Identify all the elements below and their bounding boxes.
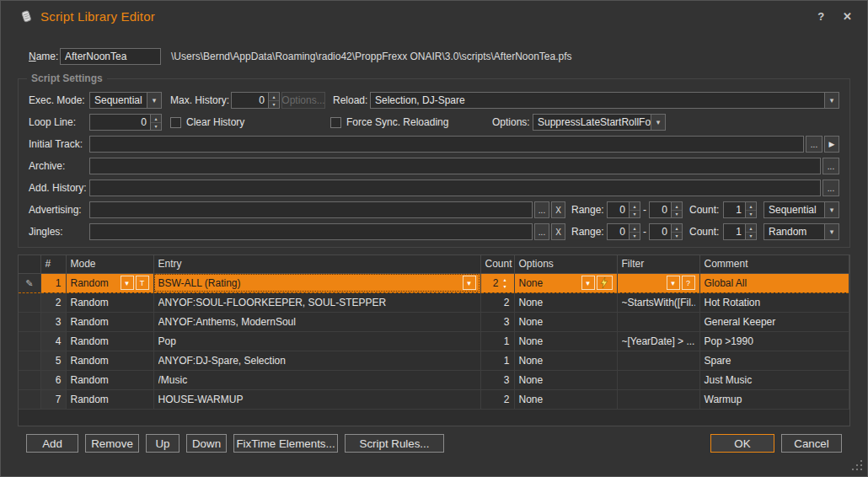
initial-track-field[interactable]: [89, 136, 804, 153]
entry-cell[interactable]: ANYOF:SOUL-FLOORKEEPER, SOUL-STEPPER: [153, 292, 480, 312]
jingles-mode-combobox[interactable]: Random ▾: [764, 223, 839, 240]
mode-cell[interactable]: Random: [66, 351, 153, 370]
row-header-cell[interactable]: [19, 292, 40, 312]
row-number-cell[interactable]: 5: [40, 351, 66, 370]
close-icon[interactable]: ✕: [839, 10, 855, 23]
script-rules-button[interactable]: Script Rules...: [345, 434, 444, 453]
down-button[interactable]: Down: [186, 434, 227, 453]
row-header-cell[interactable]: [19, 331, 40, 351]
mode-cell[interactable]: Random: [66, 389, 153, 409]
cancel-button[interactable]: Cancel: [781, 434, 842, 453]
spinner-arrows[interactable]: ▴▾: [745, 224, 756, 239]
loop-line-spinner[interactable]: 0 ▴▾: [89, 114, 162, 131]
entry-dropdown-icon[interactable]: ▾: [463, 276, 476, 290]
add-button[interactable]: Add: [26, 434, 78, 453]
chevron-down-icon[interactable]: ▾: [651, 115, 665, 130]
entry-cell[interactable]: ANYOF:DJ-Spare, Selection: [153, 351, 480, 370]
entry-cell[interactable]: /Music: [153, 370, 480, 389]
row-header-cell[interactable]: ✎: [19, 273, 40, 292]
entry-cell[interactable]: HOUSE-WARMUP: [153, 389, 480, 409]
row-number-cell[interactable]: 3: [40, 312, 66, 331]
count-cell[interactable]: 2: [480, 389, 514, 409]
count-cell[interactable]: 1: [480, 331, 514, 351]
filter-cell[interactable]: [617, 370, 699, 389]
spinner-arrows[interactable]: ▴▾: [671, 224, 682, 239]
browse-icon[interactable]: ...: [822, 180, 839, 196]
mode-dropdown-icon[interactable]: ▾: [121, 276, 134, 290]
advertising-count-spinner[interactable]: 1 ▴▾: [723, 201, 757, 218]
table-row[interactable]: 2RandomANYOF:SOUL-FLOORKEEPER, SOUL-STEP…: [19, 292, 849, 312]
jingles-range-to-spinner[interactable]: 0 ▴▾: [649, 223, 683, 240]
ok-button[interactable]: OK: [710, 434, 774, 453]
row-header-cell[interactable]: [19, 389, 40, 409]
add-history-field[interactable]: [89, 180, 821, 196]
mode-cell[interactable]: Random: [66, 331, 153, 351]
max-history-spinner[interactable]: 0 ▴▾: [231, 92, 280, 109]
count-cell[interactable]: 2: [480, 292, 514, 312]
browse-icon[interactable]: ...: [822, 158, 839, 174]
table-row[interactable]: 4RandomPop1None~[YearDate] > ...Pop >199…: [19, 331, 849, 351]
jingles-field[interactable]: [89, 223, 533, 240]
spinner-arrows[interactable]: ▴▾: [150, 115, 161, 130]
table-row[interactable]: 7RandomHOUSE-WARMUP2NoneWarmup: [19, 389, 849, 409]
chevron-down-icon[interactable]: ▾: [824, 202, 839, 217]
reload-combobox[interactable]: Selection, DJ-Spare ▾: [370, 92, 839, 109]
clear-icon[interactable]: X: [551, 201, 565, 218]
play-icon[interactable]: ▶: [824, 136, 839, 153]
advertising-mode-combobox[interactable]: Sequential ▾: [764, 201, 839, 218]
table-row[interactable]: 3RandomANYOF:Anthems, ModernSoul3NoneGen…: [19, 312, 849, 331]
row-header-cell[interactable]: [19, 312, 40, 331]
spinner-arrows[interactable]: ▴▾: [629, 202, 640, 217]
options-cell[interactable]: None: [514, 389, 617, 409]
comment-cell[interactable]: General Keeper: [699, 312, 849, 331]
count-cell[interactable]: 3: [480, 312, 514, 331]
row-number-cell[interactable]: 2: [40, 292, 66, 312]
options-cell[interactable]: None: [514, 292, 617, 312]
clear-icon[interactable]: X: [551, 223, 565, 240]
options-cell[interactable]: None: [514, 331, 617, 351]
remove-button[interactable]: Remove: [85, 434, 139, 453]
count-spinner[interactable]: ▴▾: [501, 276, 510, 290]
advertising-range-from-spinner[interactable]: 0 ▴▾: [607, 201, 640, 218]
chevron-down-icon[interactable]: ▾: [824, 224, 839, 239]
force-sync-checkbox[interactable]: Force Sync. Reloading: [330, 116, 480, 128]
filter-cell[interactable]: ~[YearDate] > ...: [617, 331, 699, 351]
row-header-cell[interactable]: [19, 351, 40, 370]
comment-cell[interactable]: Spare: [699, 351, 849, 370]
archive-field[interactable]: [89, 158, 821, 174]
options-cell[interactable]: None: [514, 370, 617, 389]
comment-cell[interactable]: Just Music: [699, 370, 849, 389]
row-number-cell[interactable]: 1: [40, 273, 66, 292]
filter-cell[interactable]: [617, 312, 699, 331]
table-row[interactable]: 5RandomANYOF:DJ-Spare, Selection1NoneSpa…: [19, 351, 849, 370]
table-row[interactable]: ✎1Random▾TBSW-ALL (Rating)▾2▴▾None▾▾?Glo…: [19, 273, 849, 292]
jingles-count-spinner[interactable]: 1 ▴▾: [723, 223, 757, 240]
spinner-arrows[interactable]: ▴▾: [268, 93, 279, 108]
comment-cell[interactable]: Pop >1990: [699, 331, 849, 351]
count-cell[interactable]: 2▴▾: [480, 273, 514, 292]
entry-cell[interactable]: ANYOF:Anthems, ModernSoul: [153, 312, 480, 331]
lightning-icon[interactable]: [597, 276, 613, 290]
filter-cell[interactable]: ▾?: [617, 273, 699, 292]
chevron-down-icon[interactable]: ▾: [147, 93, 161, 108]
mode-type-button[interactable]: T: [136, 276, 149, 290]
filter-dropdown-icon[interactable]: ▾: [667, 276, 680, 290]
mode-cell[interactable]: Random: [66, 312, 153, 331]
jingles-range-from-spinner[interactable]: 0 ▴▾: [607, 223, 640, 240]
fixtime-elements-button[interactable]: FixTime Elements...: [233, 434, 338, 453]
spinner-arrows[interactable]: ▴▾: [629, 224, 640, 239]
comment-cell[interactable]: Hot Rotation: [699, 292, 849, 312]
comment-cell[interactable]: Warmup: [699, 389, 849, 409]
checkbox-icon[interactable]: [330, 117, 341, 128]
mode-cell[interactable]: Random: [66, 292, 153, 312]
options-cell[interactable]: None: [514, 351, 617, 370]
filter-cell[interactable]: [617, 389, 699, 409]
row-number-cell[interactable]: 4: [40, 331, 66, 351]
resize-grip-icon[interactable]: [851, 460, 862, 471]
exec-mode-combobox[interactable]: Sequential ▾: [89, 92, 162, 109]
browse-icon[interactable]: ...: [534, 201, 549, 218]
row-number-cell[interactable]: 7: [40, 389, 66, 409]
count-cell[interactable]: 1: [480, 351, 514, 370]
options-dropdown-icon[interactable]: ▾: [581, 276, 595, 290]
table-row[interactable]: 6Random/Music3NoneJust Music: [19, 370, 849, 389]
